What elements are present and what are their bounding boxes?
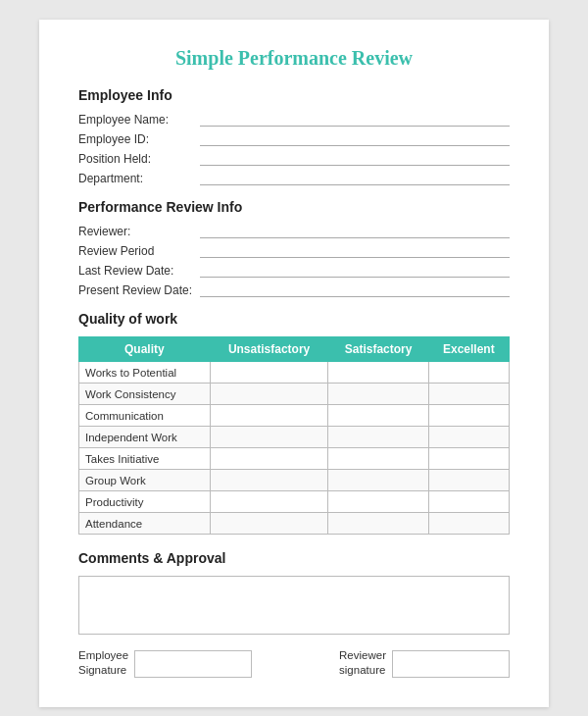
employee-sig-label: Employee Signature [78, 648, 128, 678]
reviewer-sig-input[interactable] [392, 650, 510, 678]
col-unsatisfactory: Unsatisfactory [210, 337, 328, 362]
reviewer-row: Reviewer: [78, 225, 510, 238]
employee-id-input[interactable] [200, 132, 510, 146]
quality-cell-name: Independent Work [79, 427, 211, 448]
col-quality: Quality [79, 337, 211, 362]
col-satisfactory: Satisfactory [328, 337, 428, 362]
table-row: Work Consistency [79, 384, 510, 405]
employee-id-row: Employee ID: [78, 132, 510, 146]
position-held-row: Position Held: [78, 152, 510, 166]
signature-row: Employee Signature Reviewer signature [78, 648, 510, 678]
quality-cell-value[interactable] [328, 470, 428, 491]
quality-cell-value[interactable] [328, 513, 428, 535]
last-review-date-label: Last Review Date: [78, 264, 196, 278]
quality-cell-value[interactable] [210, 491, 328, 513]
employee-name-input[interactable] [200, 113, 510, 127]
table-row: Works to Potential [79, 362, 510, 384]
quality-cell-value[interactable] [428, 448, 509, 470]
table-row: Attendance [79, 513, 510, 535]
department-input[interactable] [200, 172, 510, 185]
comments-label: Comments & Approval [78, 550, 510, 566]
employee-info-title: Employee Info [78, 87, 510, 103]
quality-cell-name: Attendance [79, 513, 211, 535]
quality-cell-value[interactable] [328, 491, 428, 513]
quality-cell-value[interactable] [210, 362, 328, 384]
quality-cell-value[interactable] [428, 513, 509, 535]
last-review-date-input[interactable] [200, 264, 510, 278]
quality-cell-value[interactable] [210, 470, 328, 491]
position-held-label: Position Held: [78, 152, 196, 166]
quality-cell-value[interactable] [328, 448, 428, 470]
quality-cell-name: Group Work [79, 470, 211, 491]
quality-cell-value[interactable] [428, 470, 509, 491]
employee-name-row: Employee Name: [78, 113, 510, 127]
table-row: Communication [79, 405, 510, 427]
quality-cell-name: Communication [79, 405, 211, 427]
quality-cell-value[interactable] [210, 448, 328, 470]
table-row: Takes Initiative [79, 448, 510, 470]
table-row: Productivity [79, 491, 510, 513]
table-row: Group Work [79, 470, 510, 491]
position-held-input[interactable] [200, 152, 510, 166]
reviewer-sig-label: Reviewer signature [339, 648, 386, 678]
page: Simple Performance Review Employee Info … [39, 20, 549, 707]
quality-cell-value[interactable] [328, 405, 428, 427]
quality-cell-name: Works to Potential [79, 362, 211, 384]
employee-signature-block: Employee Signature [78, 648, 252, 678]
quality-cell-value[interactable] [428, 491, 509, 513]
last-review-date-row: Last Review Date: [78, 264, 510, 278]
col-excellent: Excellent [428, 337, 509, 362]
present-review-date-label: Present Review Date: [78, 283, 196, 297]
quality-cell-value[interactable] [328, 384, 428, 405]
page-title: Simple Performance Review [78, 47, 510, 70]
review-period-input[interactable] [200, 244, 510, 258]
reviewer-input[interactable] [200, 225, 510, 238]
department-row: Department: [78, 172, 510, 185]
quality-cell-value[interactable] [428, 427, 509, 448]
table-row: Independent Work [79, 427, 510, 448]
quality-cell-name: Productivity [79, 491, 211, 513]
quality-cell-value[interactable] [210, 513, 328, 535]
quality-cell-value[interactable] [428, 405, 509, 427]
quality-cell-value[interactable] [328, 427, 428, 448]
present-review-date-row: Present Review Date: [78, 283, 510, 297]
quality-cell-value[interactable] [210, 427, 328, 448]
present-review-date-input[interactable] [200, 283, 510, 297]
review-period-row: Review Period [78, 244, 510, 258]
reviewer-signature-block: Reviewer signature [339, 648, 510, 678]
employee-sig-input[interactable] [134, 650, 252, 678]
comments-section: Comments & Approval [78, 550, 510, 635]
performance-review-info-title: Performance Review Info [78, 199, 510, 215]
quality-cell-name: Work Consistency [79, 384, 211, 405]
department-label: Department: [78, 172, 196, 185]
review-period-label: Review Period [78, 244, 196, 258]
quality-table: Quality Unsatisfactory Satisfactory Exce… [78, 336, 510, 535]
quality-cell-value[interactable] [428, 362, 509, 384]
reviewer-label: Reviewer: [78, 225, 196, 238]
comments-input[interactable] [78, 576, 510, 635]
quality-cell-value[interactable] [210, 405, 328, 427]
quality-cell-value[interactable] [328, 362, 428, 384]
quality-cell-name: Takes Initiative [79, 448, 211, 470]
quality-cell-value[interactable] [428, 384, 509, 405]
employee-id-label: Employee ID: [78, 132, 196, 146]
employee-name-label: Employee Name: [78, 113, 196, 127]
quality-cell-value[interactable] [210, 384, 328, 405]
quality-of-work-title: Quality of work [78, 311, 510, 327]
